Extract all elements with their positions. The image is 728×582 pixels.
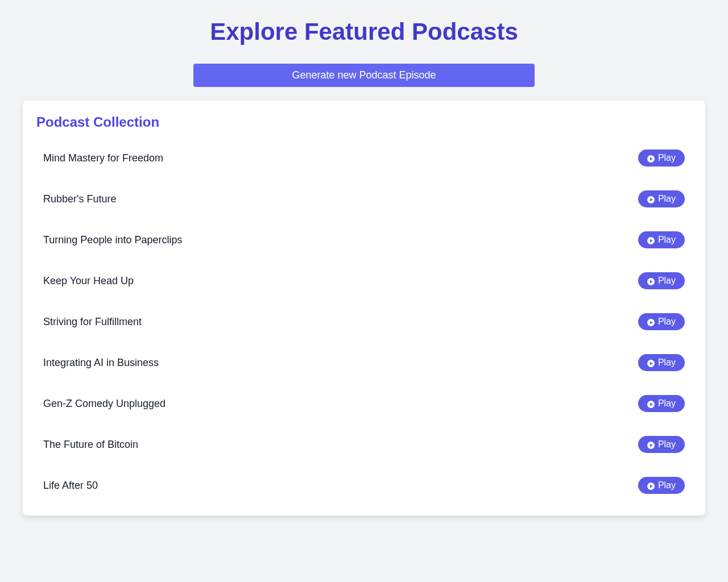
podcast-list: Mind Mastery for Freedom Play Rubber's F… bbox=[36, 142, 692, 502]
podcast-title: Mind Mastery for Freedom bbox=[43, 152, 163, 164]
list-item: Rubber's Future Play bbox=[36, 182, 692, 215]
list-item: Keep Your Head Up Play bbox=[36, 264, 692, 297]
list-item: Mind Mastery for Freedom Play bbox=[36, 142, 692, 174]
podcast-title: Rubber's Future bbox=[43, 193, 117, 205]
generate-episode-button[interactable]: Generate new Podcast Episode bbox=[193, 64, 535, 87]
play-button[interactable]: Play bbox=[638, 477, 685, 494]
play-button-label: Play bbox=[658, 439, 676, 450]
play-icon bbox=[647, 359, 655, 367]
list-item: Life After 50 Play bbox=[36, 469, 692, 502]
play-button[interactable]: Play bbox=[638, 354, 685, 371]
play-button-label: Play bbox=[658, 357, 676, 368]
play-icon bbox=[647, 196, 655, 203]
play-button-label: Play bbox=[658, 317, 676, 327]
play-button[interactable]: Play bbox=[638, 231, 685, 248]
page-title: Explore Featured Podcasts bbox=[9, 18, 719, 45]
play-button-label: Play bbox=[658, 398, 676, 409]
list-item: Turning People into Paperclips Play bbox=[36, 223, 692, 256]
podcast-card: Podcast Collection Mind Mastery for Free… bbox=[23, 101, 705, 516]
collection-heading: Podcast Collection bbox=[36, 114, 692, 130]
play-button[interactable]: Play bbox=[638, 190, 685, 207]
podcast-title: Striving for Fulfillment bbox=[43, 316, 142, 328]
podcast-title: The Future of Bitcoin bbox=[43, 439, 138, 451]
play-button-label: Play bbox=[658, 276, 676, 286]
podcast-title: Turning People into Paperclips bbox=[43, 234, 182, 246]
podcast-title: Gen-Z Comedy Unplugged bbox=[43, 398, 166, 410]
play-button[interactable]: Play bbox=[638, 149, 685, 167]
play-button[interactable]: Play bbox=[638, 436, 685, 453]
play-icon bbox=[647, 482, 655, 489]
play-icon bbox=[647, 318, 655, 326]
play-button-label: Play bbox=[658, 235, 676, 245]
list-item: Striving for Fulfillment Play bbox=[36, 305, 692, 338]
play-icon bbox=[647, 400, 655, 408]
play-button-label: Play bbox=[658, 194, 676, 204]
play-icon bbox=[647, 155, 655, 162]
list-item: Gen-Z Comedy Unplugged Play bbox=[36, 387, 692, 420]
list-item: Integrating AI in Business Play bbox=[36, 346, 692, 379]
play-button[interactable]: Play bbox=[638, 313, 685, 330]
podcast-title: Life After 50 bbox=[43, 480, 98, 492]
podcast-title: Keep Your Head Up bbox=[43, 275, 134, 287]
play-button-label: Play bbox=[658, 480, 676, 490]
list-item: The Future of Bitcoin Play bbox=[36, 428, 692, 461]
play-button[interactable]: Play bbox=[638, 395, 685, 412]
play-button-label: Play bbox=[658, 153, 676, 163]
podcast-title: Integrating AI in Business bbox=[43, 357, 159, 369]
play-icon bbox=[647, 277, 655, 285]
generate-button-wrapper: Generate new Podcast Episode bbox=[9, 64, 719, 87]
play-button[interactable]: Play bbox=[638, 272, 685, 289]
play-icon bbox=[647, 441, 655, 448]
play-icon bbox=[647, 236, 655, 244]
page-container: Explore Featured Podcasts Generate new P… bbox=[0, 0, 728, 525]
